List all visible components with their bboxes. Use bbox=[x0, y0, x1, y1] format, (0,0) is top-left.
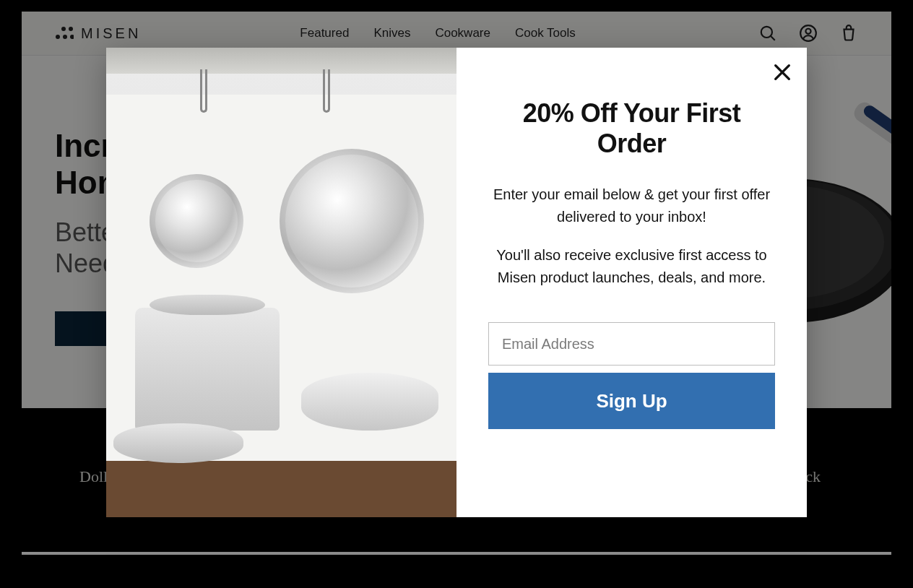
modal-paragraph-2: You'll also receive exclusive first acce… bbox=[488, 244, 775, 289]
modal-content: 20% Off Your First Order Enter your emai… bbox=[456, 48, 807, 517]
email-field[interactable] bbox=[488, 322, 775, 366]
modal-product-image bbox=[106, 48, 456, 517]
close-icon[interactable] bbox=[771, 61, 794, 84]
signup-modal: 20% Off Your First Order Enter your emai… bbox=[106, 48, 807, 517]
modal-paragraph-1: Enter your email below & get your first … bbox=[488, 183, 775, 228]
modal-overlay[interactable]: 20% Off Your First Order Enter your emai… bbox=[0, 0, 913, 588]
modal-title: 20% Off Your First Order bbox=[488, 98, 775, 159]
signup-button[interactable]: Sign Up bbox=[488, 373, 775, 429]
signup-form: Sign Up bbox=[488, 322, 775, 429]
